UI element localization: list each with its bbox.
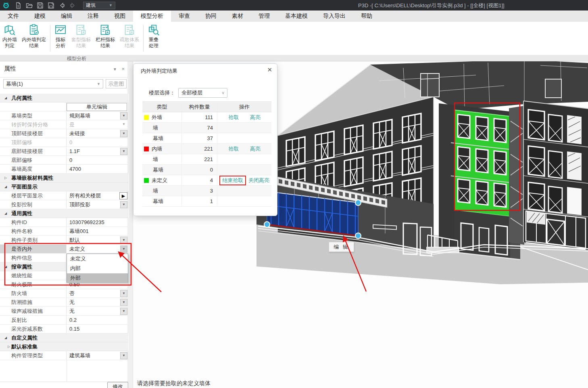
- section-header[interactable]: ◢平面图显示: [0, 182, 128, 191]
- list-check-icon: [99, 24, 111, 36]
- element-type-selector[interactable]: 幕墙(1) ▼: [3, 79, 103, 88]
- finish-pick-link[interactable]: 结束拾取: [219, 176, 246, 185]
- button-label: 结果: [29, 43, 39, 49]
- chevron-down-icon[interactable]: ▼: [120, 237, 127, 244]
- property-row: 转折时保持分格是▼: [0, 120, 128, 129]
- wall-judge-result-dialog: 内外墙判定结果 ✕ 楼层选择： 全部楼层 ˅ 类型 构件数量 操作 外墙 111…: [133, 63, 277, 216]
- tab-annotate[interactable]: 注释: [80, 10, 106, 22]
- chevron-down-icon[interactable]: ▼: [120, 148, 127, 155]
- workset-value: 建筑: [86, 2, 96, 9]
- table-row: 幕墙 1: [142, 196, 271, 207]
- pick-link[interactable]: 拾取: [228, 114, 239, 121]
- grip-handle[interactable]: [264, 222, 270, 227]
- floor-select-dropdown[interactable]: 全部楼层 ˅: [178, 88, 227, 98]
- tab-help[interactable]: 帮助: [353, 10, 380, 22]
- tab-model[interactable]: 建模: [27, 10, 53, 22]
- modify-button[interactable]: 修改: [107, 382, 128, 388]
- unit-edit-button[interactable]: 单元编辑: [67, 103, 127, 111]
- chevron-down-icon[interactable]: ▼: [120, 308, 127, 315]
- property-row: 噪声减噪措施无▼: [0, 307, 128, 316]
- railing-indicator-result-button[interactable]: 栏杆指标 结果: [93, 24, 117, 53]
- ribbon-separator: [50, 25, 50, 52]
- chevron-down-icon: ▼: [120, 121, 127, 128]
- property-row: 楼层平面显示所有相关楼层▶: [0, 191, 128, 200]
- tab-file[interactable]: 文件: [0, 10, 27, 22]
- dialog-title: 内外墙判定结果: [141, 67, 177, 75]
- property-row: 投影控制顶部投影▼: [0, 200, 128, 209]
- property-grid: ◢几何属性 单元编辑 幕墙类型规则幕墙▼ 转折时保持分格是▼ 顶部链接楼层未链接…: [0, 94, 128, 360]
- dropdown-option[interactable]: 未定义: [67, 254, 128, 264]
- expand-right-icon[interactable]: ▶: [119, 192, 127, 199]
- chevron-down-icon[interactable]: ▼: [120, 245, 127, 253]
- chevron-down-icon[interactable]: ▼: [120, 112, 127, 120]
- result-table: 类型 构件数量 操作 外墙 111 拾取高亮 墙 74 幕墙 37 内墙 221…: [142, 101, 271, 207]
- highlight-link[interactable]: 高亮: [250, 114, 261, 121]
- tab-review[interactable]: 审查: [171, 10, 198, 22]
- tab-collaborate[interactable]: 协同: [198, 10, 224, 22]
- section-header[interactable]: ◢几何属性: [0, 94, 128, 103]
- indicator-analysis-button[interactable]: 指标 分析: [52, 24, 69, 53]
- inner-outer-wall-result-button[interactable]: 内外墙判定 结果: [19, 24, 48, 53]
- tab-view[interactable]: 视图: [106, 10, 133, 22]
- chevron-down-icon: ▼: [109, 3, 113, 7]
- tab-manage[interactable]: 管理: [251, 10, 277, 22]
- undefined-swatch: [144, 178, 149, 183]
- tab-model-analysis[interactable]: 模型分析: [133, 10, 171, 22]
- dropdown-option-highlighted[interactable]: 外部: [67, 273, 128, 283]
- inner-outer-dropdown-list[interactable]: 未定义 内部 外部: [67, 254, 128, 283]
- grip-handle[interactable]: [355, 200, 361, 206]
- table-header-row: 类型 构件数量 操作: [142, 102, 271, 112]
- workset-dropdown[interactable]: 建筑 ▼: [83, 2, 115, 9]
- button-label: 结果: [76, 43, 86, 49]
- section-header[interactable]: ◢通用属性: [0, 209, 128, 218]
- section-header[interactable]: ▷幕墙嵌板材料属性: [0, 174, 128, 182]
- new-file-icon[interactable]: [15, 2, 22, 9]
- edit-tooltip[interactable]: 编 辑: [329, 242, 354, 252]
- chevron-down-icon[interactable]: ▼: [120, 299, 127, 306]
- schematic-button[interactable]: 示意图: [106, 79, 127, 88]
- property-row: 单元编辑: [0, 103, 128, 111]
- pick-link[interactable]: 拾取: [228, 145, 239, 153]
- tab-materials[interactable]: 素材: [224, 10, 251, 22]
- property-row: 构件名称幕墙001: [0, 227, 128, 236]
- property-row: 构件管理类型建筑幕墙▼: [0, 351, 128, 360]
- property-row: 顶部链接楼层未链接▼: [0, 129, 128, 138]
- button-label: 重叠: [149, 37, 158, 43]
- save-icon[interactable]: [37, 2, 44, 9]
- overlap-processing-button[interactable]: 重叠 处理: [145, 24, 162, 53]
- section-header[interactable]: ▷默认标准集: [0, 342, 128, 351]
- section-header[interactable]: ◢自定义属性: [0, 333, 128, 342]
- close-highlight-link[interactable]: 关闭高亮: [248, 177, 269, 184]
- tab-basic-modeling[interactable]: 基本建模: [277, 10, 315, 22]
- floor-select-label: 楼层选择：: [149, 89, 175, 96]
- chevron-down-icon[interactable]: ▼: [113, 67, 117, 71]
- wall-judge-icon: [4, 24, 16, 36]
- open-file-icon[interactable]: [26, 2, 33, 9]
- undo-icon[interactable]: [58, 2, 65, 9]
- tab-edit[interactable]: 编辑: [53, 10, 80, 22]
- chevron-down-icon[interactable]: ▼: [120, 352, 127, 359]
- chevron-down-icon[interactable]: ▼: [120, 290, 127, 297]
- button-label: 分析: [56, 43, 65, 49]
- highlight-link[interactable]: 高亮: [250, 145, 261, 153]
- inner-outer-wall-judge-button[interactable]: 内外墙 判定: [0, 24, 19, 53]
- chevron-down-icon[interactable]: ▼: [120, 130, 127, 137]
- dropdown-option[interactable]: 内部: [67, 264, 128, 273]
- save-as-icon[interactable]: [48, 2, 54, 9]
- grip-handle[interactable]: [355, 233, 361, 239]
- close-icon[interactable]: ×: [121, 66, 125, 72]
- panel-divider: [129, 61, 133, 388]
- property-row: 防火墙否▼: [0, 289, 128, 298]
- table-row: 墙 221: [142, 154, 271, 165]
- property-row: 构件ID103079692235: [0, 218, 128, 227]
- property-row-inner-outer[interactable]: 是否内外未定义▼: [0, 245, 128, 254]
- chevron-down-icon[interactable]: ▼: [120, 201, 127, 208]
- property-row: 底部链接楼层1.1F▼: [0, 147, 128, 156]
- status-text: 请选择需要拾取的未定义墙体: [137, 380, 211, 387]
- ribbon-group-strip: 模型分析: [0, 55, 588, 61]
- tab-import-export[interactable]: 导入导出: [315, 10, 353, 22]
- unit-type-indicator-result-button: 套型指标 结果: [69, 24, 93, 53]
- inner-wall-swatch: [144, 147, 149, 151]
- close-icon[interactable]: ✕: [267, 66, 272, 73]
- evacuation-system-result-button: 疏散体系 结果: [117, 24, 142, 53]
